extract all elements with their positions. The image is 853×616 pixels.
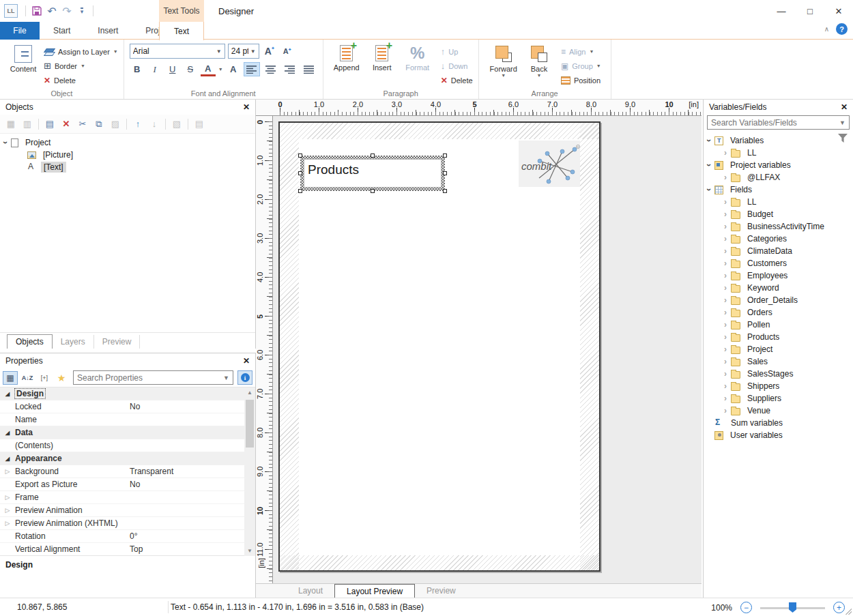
font-name-combo[interactable]: ▼ — [130, 44, 225, 59]
expander-icon[interactable] — [720, 295, 731, 305]
resize-handle[interactable] — [443, 153, 447, 158]
expander-icon[interactable] — [704, 160, 714, 170]
property-row[interactable]: Locked No — [0, 400, 255, 413]
forward-button[interactable]: Forward ▼ — [486, 42, 521, 88]
variables-tree-item[interactable]: Keyword — [704, 282, 853, 294]
content-button[interactable]: Content — [5, 42, 41, 88]
variables-tree-item[interactable]: Customers — [704, 257, 853, 269]
variables-tree-item[interactable]: Categories — [704, 233, 853, 245]
expander-icon[interactable] — [720, 148, 731, 158]
expander-icon[interactable] — [704, 185, 714, 194]
objects-toolbar-button[interactable] — [169, 117, 185, 132]
close-icon[interactable]: ✕ — [243, 102, 250, 112]
align-button[interactable]: ≡ Align ▼ — [558, 44, 604, 59]
expander-icon[interactable] — [720, 406, 731, 415]
font-color-dropdown-icon[interactable]: ▼ — [218, 67, 223, 72]
delete-object-button[interactable]: ✕ Delete — [41, 73, 121, 87]
resize-handle[interactable] — [443, 189, 447, 193]
properties-search-combo[interactable]: ▼ — [73, 370, 233, 385]
property-value[interactable]: 0° — [130, 531, 244, 541]
character-format-button[interactable]: A — [226, 62, 241, 76]
shrink-font-button[interactable]: A ✦ — [280, 46, 295, 56]
back-button[interactable]: Back ▼ — [521, 42, 557, 88]
strikethrough-button[interactable]: S — [183, 62, 198, 76]
zoom-slider[interactable] — [760, 602, 825, 613]
variables-tree-item[interactable]: @LLFAX — [704, 171, 853, 184]
expander-icon[interactable] — [720, 246, 731, 256]
objects-toolbar-button[interactable] — [188, 119, 188, 130]
chevron-down-icon[interactable]: ▼ — [223, 375, 229, 381]
property-value[interactable]: No — [130, 480, 244, 489]
font-size-combo[interactable]: ▼ — [228, 44, 259, 59]
expander-icon[interactable] — [720, 197, 731, 207]
app-icon[interactable]: LL — [4, 4, 18, 18]
variables-tree-item[interactable]: Order_Details — [704, 294, 853, 306]
report-page[interactable]: Products — [278, 121, 601, 572]
scrollbar-thumb[interactable] — [246, 400, 254, 448]
resize-handle[interactable] — [298, 153, 302, 158]
redo-button[interactable]: ↷ — [59, 3, 74, 18]
align-left-button[interactable] — [244, 62, 260, 76]
objects-toolbar-button[interactable] — [19, 117, 35, 132]
property-row[interactable]: Name — [0, 413, 255, 426]
categorized-view-button[interactable]: ▦ — [3, 371, 18, 385]
expand-icon[interactable] — [0, 494, 15, 501]
expand-icon[interactable] — [0, 468, 15, 475]
property-row[interactable]: Rotation 0° — [0, 530, 255, 543]
variables-tree-item[interactable]: Project variables — [704, 159, 853, 171]
variables-tree-item[interactable]: Employees — [704, 269, 853, 282]
objects-toolbar-button[interactable] — [38, 119, 39, 130]
variables-tree-item[interactable]: ClimateData — [704, 245, 853, 257]
variables-tree-item[interactable]: LL — [704, 196, 853, 208]
property-row[interactable]: Design — [0, 387, 255, 400]
expander-icon[interactable] — [720, 381, 731, 391]
variables-tree-item[interactable]: BusinessActivityTime — [704, 220, 853, 233]
expand-icon[interactable] — [0, 520, 15, 527]
undo-button[interactable]: ↶ — [44, 3, 59, 18]
insert-paragraph-button[interactable]: Insert — [364, 42, 400, 88]
view-tab[interactable]: Layout — [287, 584, 334, 598]
expander-icon[interactable] — [720, 308, 731, 317]
expander-icon[interactable] — [720, 369, 731, 379]
align-right-button[interactable] — [282, 62, 298, 76]
objects-toolbar-button[interactable] — [3, 117, 19, 132]
expander-icon[interactable] — [0, 138, 11, 147]
close-button[interactable]: ✕ — [824, 0, 853, 22]
chevron-down-icon[interactable]: ▼ — [839, 119, 845, 126]
maximize-button[interactable]: □ — [796, 0, 824, 22]
format-button[interactable]: % Format — [400, 42, 435, 88]
view-tab[interactable]: Preview — [415, 584, 467, 598]
resize-handle[interactable] — [371, 153, 375, 158]
view-tab[interactable]: Layout Preview — [334, 584, 415, 598]
property-value[interactable]: No — [130, 402, 244, 411]
property-value[interactable]: Transparent — [130, 467, 244, 476]
objects-toolbar-button[interactable] — [126, 119, 127, 130]
expand-icon[interactable] — [0, 429, 15, 436]
expander-icon[interactable] — [720, 259, 731, 268]
properties-search-input[interactable] — [77, 373, 223, 383]
resize-grip[interactable] — [845, 608, 852, 615]
ribbon-tab[interactable]: Insert — [84, 22, 132, 40]
variables-tree-item[interactable]: Products — [704, 331, 853, 343]
minimize-button[interactable]: — — [767, 0, 796, 22]
ribbon-tab[interactable]: Text — [159, 22, 204, 40]
resize-handle[interactable] — [298, 189, 302, 193]
assign-to-layer-button[interactable]: Assign to Layer ▼ — [41, 44, 121, 59]
variables-tree-item[interactable]: Budget — [704, 208, 853, 220]
selected-text-object[interactable]: Products — [300, 156, 445, 191]
panel-tab[interactable]: Layers — [53, 335, 94, 349]
expander-icon[interactable] — [720, 332, 731, 342]
expander-icon[interactable] — [720, 320, 731, 329]
property-row[interactable]: Data — [0, 426, 255, 439]
property-row[interactable]: (Contents) — [0, 439, 255, 452]
objects-toolbar-button[interactable] — [58, 117, 74, 132]
info-button[interactable]: i — [237, 370, 252, 385]
ribbon-tab[interactable]: File — [0, 22, 40, 40]
collapse-ribbon-icon[interactable]: ∧ — [824, 25, 829, 33]
property-row[interactable]: Preview Animation (XHTML) — [0, 517, 255, 530]
property-row[interactable]: Vertical Alignment Top — [0, 543, 255, 555]
objects-toolbar-button[interactable] — [130, 117, 146, 132]
objects-toolbar-button[interactable] — [146, 117, 162, 132]
variables-tree-item[interactable]: Sum variables — [704, 417, 853, 429]
expander-icon[interactable] — [704, 136, 714, 145]
